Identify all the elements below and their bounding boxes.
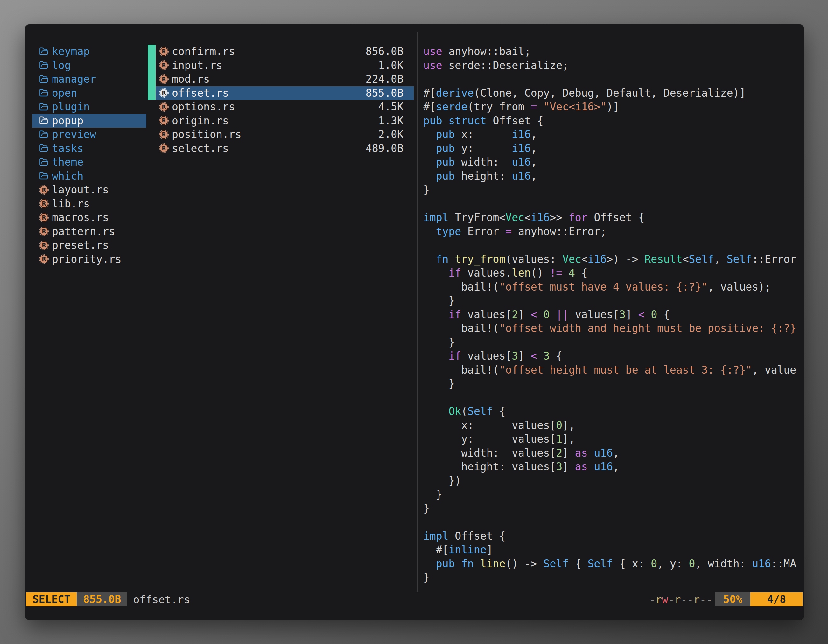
sidebar-item-keymap[interactable]: keymap — [32, 45, 146, 58]
pane-divider-left — [149, 32, 150, 592]
status-bar: SELECT 855.0B offset.rs -rw-r--r-- 50% 4… — [25, 592, 804, 606]
sidebar-item-layout.rs[interactable]: R layout.rs — [32, 183, 146, 197]
svg-text:R: R — [162, 132, 166, 138]
file-name: input.rs — [172, 59, 223, 72]
rust-file-icon: R — [159, 144, 169, 153]
code-line: pub height: u16, — [423, 169, 803, 183]
sidebar-item-label: preset.rs — [52, 239, 109, 251]
svg-text:R: R — [162, 145, 166, 152]
code-line — [423, 238, 803, 252]
svg-text:R: R — [42, 256, 46, 262]
rust-file-icon: R — [39, 254, 49, 264]
code-line: width: values[2] as u16, — [423, 446, 803, 460]
code-line: height: values[3] as u16, — [423, 460, 803, 474]
file-name: mod.rs — [172, 73, 210, 85]
file-name: select.rs — [172, 142, 229, 155]
svg-text:R: R — [162, 76, 166, 82]
folder-open-icon — [39, 102, 49, 112]
file-name: offset.rs — [172, 87, 229, 99]
file-row-position.rs[interactable]: R position.rs2.0K — [156, 128, 414, 142]
code-line: x: values[0], — [423, 418, 803, 432]
code-line — [423, 197, 803, 211]
sidebar-item-lib.rs[interactable]: R lib.rs — [32, 197, 146, 211]
code-line: use anyhow::bail; — [423, 45, 803, 58]
mode-badge: SELECT — [26, 592, 77, 606]
sidebar-item-label: preview — [52, 128, 96, 141]
yazi-terminal-window: keymap log manager open plugin popup pre… — [25, 25, 804, 620]
code-line: pub x: i16, — [423, 128, 803, 142]
sidebar-item-label: plugin — [52, 100, 90, 113]
sidebar-item-label: layout.rs — [52, 183, 109, 196]
sidebar-item-label: keymap — [52, 45, 90, 58]
code-line: #[serde(try_from = "Vec<i16>")] — [423, 100, 803, 114]
file-row-origin.rs[interactable]: R origin.rs1.3K — [156, 114, 414, 128]
sidebar-item-label: lib.rs — [52, 197, 90, 210]
file-size: 1.0K — [378, 59, 403, 72]
sidebar-item-label: manager — [52, 73, 96, 85]
svg-text:R: R — [162, 104, 166, 110]
file-size: 224.0B — [365, 73, 403, 85]
sidebar-item-preset.rs[interactable]: R preset.rs — [32, 238, 146, 252]
sidebar-item-pattern.rs[interactable]: R pattern.rs — [32, 225, 146, 239]
file-row-options.rs[interactable]: R options.rs4.5K — [156, 100, 414, 114]
code-line: if values[2] < 0 || values[3] < 0 { — [423, 308, 803, 322]
file-name: position.rs — [172, 128, 242, 141]
folder-open-icon — [39, 116, 49, 125]
status-right: -rw-r--r-- 50% 4/8 — [649, 592, 803, 606]
file-row-confirm.rs[interactable]: R confirm.rs856.0B — [156, 45, 414, 58]
rust-file-icon: R — [39, 227, 49, 236]
code-line: if values.len() != 4 { — [423, 266, 803, 280]
code-line: pub struct Offset { — [423, 114, 803, 128]
code-line: Ok(Self { — [423, 404, 803, 418]
current-directory-pane: R confirm.rs856.0B R input.rs1.0K R mod.… — [156, 45, 414, 155]
code-line: #[inline] — [423, 543, 803, 557]
svg-text:R: R — [162, 90, 166, 96]
folder-open-icon — [39, 47, 49, 56]
file-size: 1.3K — [378, 114, 403, 127]
sidebar-item-label: macros.rs — [52, 211, 109, 224]
svg-text:R: R — [162, 62, 166, 68]
status-left: SELECT 855.0B offset.rs — [26, 592, 190, 606]
code-line: if values[3] < 3 { — [423, 349, 803, 363]
code-line: impl TryFrom<Vec<i16>> for Offset { — [423, 211, 803, 225]
file-size: 855.0B — [365, 87, 403, 99]
sidebar-item-theme[interactable]: theme — [32, 155, 146, 169]
sidebar-item-macros.rs[interactable]: R macros.rs — [32, 211, 146, 225]
code-line: bail!("offset width and height must be p… — [423, 321, 803, 335]
file-row-select.rs[interactable]: R select.rs489.0B — [156, 142, 414, 155]
sidebar-item-priority.rs[interactable]: R priority.rs — [32, 252, 146, 266]
svg-text:R: R — [42, 242, 46, 249]
rust-file-icon: R — [159, 116, 169, 125]
folder-open-icon — [39, 88, 49, 98]
sidebar-item-log[interactable]: log — [32, 58, 146, 72]
file-row-input.rs[interactable]: R input.rs1.0K — [156, 58, 414, 72]
sidebar-item-preview[interactable]: preview — [32, 128, 146, 142]
sidebar-item-label: theme — [52, 156, 83, 168]
code-line: pub y: i16, — [423, 142, 803, 155]
file-row-mod.rs[interactable]: R mod.rs224.0B — [156, 72, 414, 86]
rust-file-icon: R — [39, 213, 49, 223]
sidebar-item-tasks[interactable]: tasks — [32, 142, 146, 155]
file-size: 2.0K — [378, 128, 403, 141]
code-line: fn try_from(values: Vec<i16>) -> Result<… — [423, 252, 803, 266]
sidebar-item-label: which — [52, 170, 83, 182]
file-row-offset.rs[interactable]: R offset.rs855.0B — [156, 86, 414, 100]
folder-open-icon — [39, 171, 49, 181]
file-size: 856.0B — [365, 45, 403, 58]
file-name: confirm.rs — [172, 45, 235, 58]
sidebar-item-popup[interactable]: popup — [32, 114, 146, 128]
sidebar-item-plugin[interactable]: plugin — [32, 100, 146, 114]
code-line: bail!("offset must have 4 values: {:?}",… — [423, 280, 803, 294]
svg-text:R: R — [42, 187, 46, 193]
sidebar-item-manager[interactable]: manager — [32, 72, 146, 86]
sidebar-item-which[interactable]: which — [32, 169, 146, 183]
pane-divider-right — [417, 32, 418, 592]
rust-file-icon: R — [159, 60, 169, 70]
sidebar-item-label: log — [52, 59, 71, 72]
code-line: } — [423, 570, 803, 584]
code-line: #[derive(Clone, Copy, Debug, Default, De… — [423, 86, 803, 100]
folder-open-icon — [39, 60, 49, 70]
sidebar-item-open[interactable]: open — [32, 86, 146, 100]
rust-file-icon: R — [159, 88, 169, 98]
code-line: } — [423, 335, 803, 349]
